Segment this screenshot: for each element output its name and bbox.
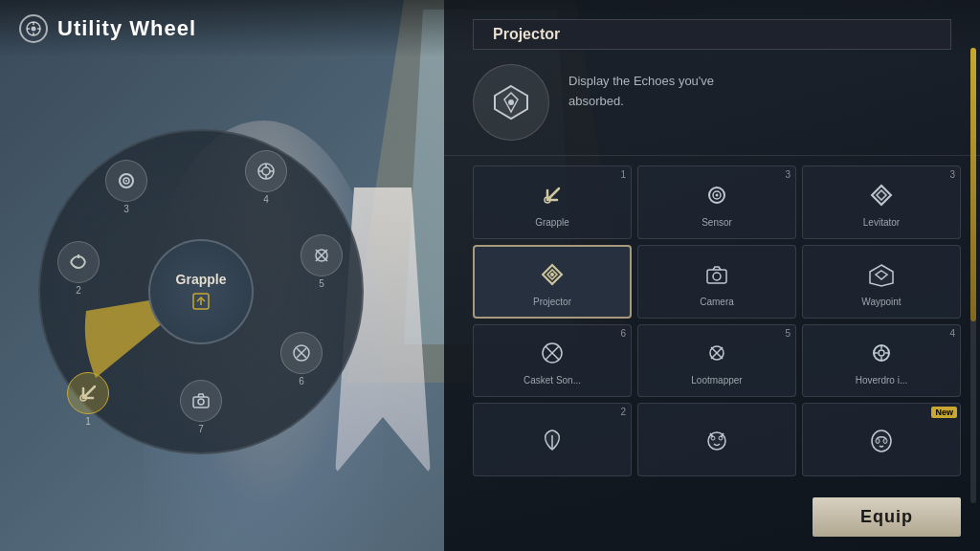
desc-body: Display the Echoes you've absorbed. — [473, 64, 951, 141]
wheel-item-1-icon — [67, 372, 109, 414]
grid-item-5[interactable]: Camera — [637, 245, 796, 319]
grid-item-8-label: Lootmapper — [691, 375, 742, 386]
grid-item-5-label: Camera — [700, 297, 734, 307]
desc-text-area: Display the Echoes you've absorbed. — [568, 64, 714, 112]
svg-point-30 — [716, 193, 719, 196]
grid-item-7-icon — [538, 339, 567, 371]
wheel-item-7-icon — [180, 380, 222, 422]
item-grid: 1Grapple3Sensor3LevitatorProjectorCamera… — [444, 156, 980, 486]
svg-point-36 — [713, 273, 721, 280]
svg-point-34 — [550, 273, 554, 276]
grid-item-1-label: Grapple — [535, 217, 569, 228]
svg-point-54 — [876, 438, 880, 443]
selected-item-icon — [473, 64, 549, 141]
svg-rect-35 — [707, 270, 726, 283]
header-left: Utility Wheel — [19, 14, 196, 43]
grid-item-10-num: 2 — [620, 407, 626, 417]
svg-point-44 — [879, 350, 884, 356]
desc-content: Projector Display the Echoes you've abso… — [473, 19, 951, 141]
svg-point-1 — [32, 27, 36, 32]
grid-item-12-icon — [867, 426, 896, 458]
wheel-item-3-num: 3 — [123, 204, 129, 214]
svg-point-26 — [508, 99, 514, 105]
grid-item-2-icon — [702, 181, 731, 213]
wheel-center-label: Grapple — [176, 272, 227, 287]
svg-point-53 — [872, 430, 891, 452]
wheel-item-6[interactable]: 6 — [273, 330, 330, 387]
grid-item-1[interactable]: 1Grapple — [473, 165, 632, 239]
grid-item-11[interactable] — [637, 403, 796, 476]
grid-item-7-num: 6 — [620, 328, 626, 339]
grid-item-6-label: Waypoint — [861, 297, 901, 307]
description-text: Display the Echoes you've absorbed. — [568, 72, 714, 112]
wheel-item-4[interactable]: 4 — [237, 148, 295, 206]
grid-item-2-label: Sensor — [702, 217, 732, 228]
grid-item-8-icon — [702, 339, 731, 371]
grid-item-2-num: 3 — [785, 169, 791, 180]
wheel-item-3[interactable]: 3 — [98, 158, 155, 215]
wheel-item-2-num: 2 — [76, 285, 81, 296]
selected-item-title: Projector — [473, 19, 951, 50]
grid-item-4-label: Projector — [533, 297, 571, 307]
grid-item-7[interactable]: 6Casket Son... — [473, 324, 632, 398]
grid-item-9-num: 4 — [949, 328, 955, 339]
svg-point-24 — [198, 399, 204, 405]
wheel-item-7-num: 7 — [198, 424, 204, 434]
grid-item-10-icon — [538, 426, 567, 458]
wheel-item-3-icon — [105, 160, 147, 202]
wheel-center-icon — [190, 291, 212, 312]
grid-item-8-num: 5 — [785, 328, 791, 339]
grid-item-6[interactable]: Waypoint — [802, 245, 961, 319]
description-area: Projector Display the Echoes you've abso… — [444, 0, 980, 156]
svg-marker-37 — [870, 265, 893, 286]
grid-item-1-icon — [538, 181, 567, 213]
grid-item-3-icon — [867, 181, 896, 213]
wheel-item-6-icon — [280, 332, 323, 374]
grid-item-1-num: 1 — [620, 169, 626, 180]
svg-point-12 — [125, 180, 127, 182]
grid-item-4-icon — [538, 260, 567, 293]
grid-item-3[interactable]: 3Levitator — [802, 165, 961, 239]
grid-item-12-badge: New — [931, 407, 957, 418]
wheel-item-5-num: 5 — [319, 278, 324, 289]
right-panel: Projector Display the Echoes you've abso… — [444, 0, 980, 551]
grid-item-10[interactable]: 2 — [473, 403, 632, 476]
wheel-item-1-num: 1 — [85, 416, 91, 427]
wheel-item-2[interactable]: 2 — [50, 239, 107, 297]
scroll-fill — [970, 48, 976, 321]
grid-item-11-icon — [702, 426, 731, 458]
grid-item-9-icon — [867, 339, 896, 371]
grid-item-4[interactable]: Projector — [473, 245, 632, 319]
wheel-item-1[interactable]: 1 — [59, 370, 117, 428]
wheel-item-4-num: 4 — [263, 194, 269, 205]
svg-point-55 — [883, 438, 887, 443]
grid-item-5-icon — [702, 260, 731, 293]
utility-wheel-icon — [19, 14, 48, 43]
wheel-item-5[interactable]: 5 — [293, 232, 350, 290]
grid-item-2[interactable]: 3Sensor — [637, 165, 796, 239]
grid-item-3-label: Levitator — [863, 217, 900, 228]
grid-item-9-label: Hoverdro i... — [856, 375, 907, 386]
wheel-item-2-icon — [57, 241, 100, 283]
wheel-item-6-num: 6 — [299, 376, 304, 386]
wheel-center: Grapple — [148, 239, 254, 344]
svg-marker-31 — [872, 186, 891, 205]
grid-item-9[interactable]: 4Hoverdro i... — [802, 324, 961, 398]
wheel-item-5-icon — [301, 234, 343, 276]
equip-area: Equip — [444, 486, 980, 551]
scroll-bar[interactable] — [970, 48, 976, 503]
grid-item-8[interactable]: 5Lootmapper — [637, 324, 796, 398]
page-title: Utility Wheel — [57, 16, 196, 41]
grid-item-3-num: 3 — [949, 169, 955, 180]
equip-button[interactable]: Equip — [813, 497, 961, 537]
svg-point-14 — [262, 167, 270, 175]
wheel-container: Grapple 1 — [19, 77, 383, 507]
grid-item-7-label: Casket Son... — [523, 375, 581, 386]
utility-wheel: Grapple 1 — [38, 129, 364, 454]
grid-item-6-icon — [867, 260, 896, 293]
wheel-item-7[interactable]: 7 — [172, 378, 230, 435]
grid-item-12[interactable]: New — [802, 403, 961, 476]
wheel-item-4-icon — [245, 150, 287, 192]
